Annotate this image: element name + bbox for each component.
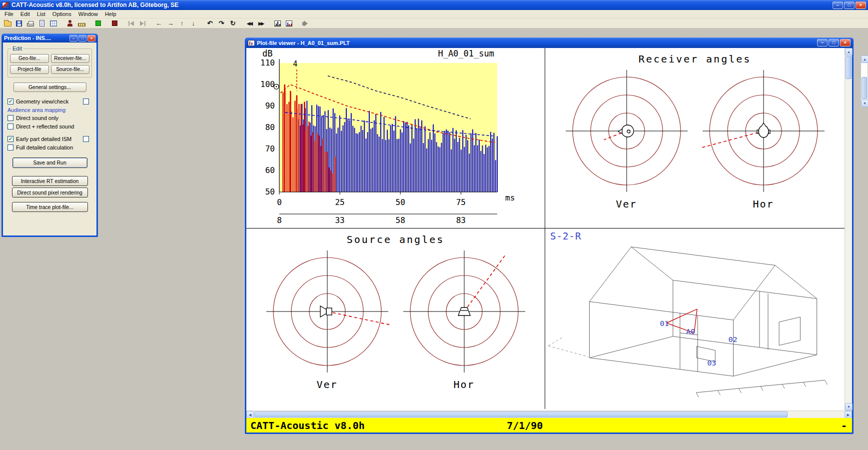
prediction-maximize-button[interactable]: □ bbox=[78, 35, 86, 42]
plot-hscrollbar[interactable]: ◀ ▶ bbox=[246, 410, 852, 418]
vscroll-thumb[interactable] bbox=[846, 56, 852, 79]
scroll-up-icon[interactable]: ▲ bbox=[845, 48, 853, 56]
rotate-cw-button[interactable]: ↷ bbox=[216, 18, 227, 28]
echogram-svg: 110100908070605008253350587583dBH_A0_01_… bbox=[246, 48, 544, 228]
menu-file[interactable]: File bbox=[1, 10, 17, 18]
chart2-icon bbox=[286, 20, 292, 26]
run-button[interactable] bbox=[92, 18, 103, 28]
prev-plot-button[interactable]: ◀◀ bbox=[244, 18, 255, 28]
pan-left-button[interactable]: ← bbox=[153, 18, 164, 28]
geometry-view-check-row: ✓Geometry view/check bbox=[7, 97, 92, 106]
vscroll-track[interactable] bbox=[845, 80, 852, 403]
svg-text:dB: dB bbox=[262, 48, 272, 58]
plot-maximize-button[interactable]: □ bbox=[829, 39, 839, 46]
save-and-run-button[interactable]: Save and Run bbox=[12, 158, 87, 168]
workspace-vscrollbar[interactable]: ▲ ▼ bbox=[861, 55, 868, 108]
status-dash: - bbox=[841, 420, 847, 432]
scroll-right-icon[interactable]: ▶ bbox=[845, 411, 852, 418]
project-file-button[interactable]: Project-file bbox=[10, 65, 49, 74]
full-detailed-calculation-row: Full detailed calculation bbox=[7, 143, 92, 152]
source-file-button[interactable]: Source-file... bbox=[51, 65, 90, 74]
status-app-version: CATT-Acoustic v8.0h bbox=[250, 420, 365, 432]
plot-vscrollbar[interactable]: ▲ ▼ bbox=[845, 48, 852, 410]
rotate-reset-button[interactable]: ↻ bbox=[227, 18, 238, 28]
scroll-left-icon[interactable]: ◀ bbox=[246, 411, 254, 418]
pan-up-button[interactable]: ↑ bbox=[176, 18, 187, 28]
svg-text:110: 110 bbox=[260, 58, 275, 68]
geo-file-button[interactable]: Geo-file... bbox=[10, 54, 49, 63]
plot-grid: 110100908070605008253350587583dBH_A0_01_… bbox=[246, 48, 845, 410]
workspace-vscroll-thumb[interactable] bbox=[862, 77, 867, 99]
menu-edit[interactable]: Edit bbox=[17, 10, 33, 18]
geometry-view-check-checkbox[interactable]: ✓ bbox=[7, 98, 13, 104]
print-button[interactable] bbox=[25, 18, 36, 28]
interactive-rt-estimation-button[interactable]: Interactive RT estimation bbox=[12, 176, 88, 186]
prediction-window-buttons: – □ × bbox=[69, 35, 95, 42]
svg-text:90: 90 bbox=[265, 101, 275, 110]
tool-buttons: Interactive RT estimationDirect sound pi… bbox=[6, 176, 93, 216]
early-part-detailed-ism-checkbox[interactable]: ✓ bbox=[7, 136, 13, 142]
skip-left-icon bbox=[128, 21, 134, 26]
workspace-vscroll-track[interactable] bbox=[861, 63, 868, 76]
plot-viewer-titlebar[interactable]: Plot-file viewer - H_A0_01_sum.PLT – □ × bbox=[246, 38, 853, 48]
svg-text:4: 4 bbox=[293, 60, 297, 68]
geometry-view-check-extra-checkbox[interactable] bbox=[83, 98, 89, 104]
maximize-button[interactable]: □ bbox=[844, 2, 855, 9]
stop-button[interactable] bbox=[109, 18, 120, 28]
pan-right-button[interactable]: → bbox=[165, 18, 176, 28]
measure-button[interactable] bbox=[76, 18, 87, 28]
audience-area-mapping-label: Audience area mapping bbox=[7, 107, 92, 113]
ruler-icon bbox=[78, 23, 85, 26]
skip-right-icon bbox=[139, 21, 146, 26]
plot-spectrum-button[interactable] bbox=[283, 18, 294, 28]
general-settings-button[interactable]: General settings... bbox=[13, 82, 86, 92]
speaker-icon bbox=[302, 22, 305, 26]
prediction-minimize-button[interactable]: – bbox=[69, 35, 77, 42]
receiver-file-button[interactable]: Receiver-file... bbox=[51, 54, 90, 63]
menu-help[interactable]: Help bbox=[101, 10, 120, 18]
receiver-polar-row-hor: Hor bbox=[698, 68, 830, 210]
close-button[interactable]: × bbox=[856, 2, 866, 9]
menu-window[interactable]: Window bbox=[75, 10, 101, 18]
workspace-scroll-down-icon[interactable]: ▼ bbox=[861, 100, 868, 107]
hscroll-track[interactable] bbox=[788, 411, 845, 418]
skip-start-button bbox=[125, 18, 136, 28]
main-titlebar[interactable]: CATT-Acoustic v8.0h, licensed to Artifon… bbox=[0, 0, 868, 10]
minimize-button[interactable]: – bbox=[833, 2, 843, 9]
full-detailed-calculation-checkbox[interactable] bbox=[7, 144, 13, 150]
receiver-angles-title: Receiver angles bbox=[545, 53, 845, 65]
menu-list[interactable]: List bbox=[33, 10, 49, 18]
early-part-detailed-ism-extra-checkbox[interactable] bbox=[83, 136, 89, 142]
prediction-close-button[interactable]: × bbox=[87, 35, 95, 42]
ver-polar-svg bbox=[261, 248, 393, 378]
next-plot-icon: ▶▶ bbox=[258, 21, 263, 26]
scroll-down-icon[interactable]: ▼ bbox=[845, 403, 853, 410]
time-trace-plot-file-button[interactable]: Time trace plot-file... bbox=[12, 202, 88, 212]
direct-sound-pixel-rendering-button[interactable]: Direct sound pixel rendering bbox=[12, 188, 88, 198]
direct-sound-only-checkbox[interactable] bbox=[7, 115, 13, 121]
open-button[interactable] bbox=[2, 18, 13, 28]
menu-options[interactable]: Options bbox=[49, 10, 75, 18]
pan-down-button[interactable]: ↓ bbox=[188, 18, 199, 28]
plot-viewer-title: Plot-file viewer - H_A0_01_sum.PLT bbox=[257, 40, 350, 46]
plot-minimize-button[interactable]: – bbox=[817, 39, 828, 46]
text-file-button[interactable] bbox=[36, 18, 47, 28]
plot-close-button[interactable]: × bbox=[840, 39, 851, 46]
rotate-ccw-button[interactable]: ↶ bbox=[204, 18, 215, 28]
receiver-head-button[interactable] bbox=[64, 18, 75, 28]
menu-bar: FileEditListOptionsWindowHelp bbox=[0, 10, 868, 18]
prediction-titlebar[interactable]: Prediction - INS.... – □ × bbox=[2, 34, 97, 42]
next-plot-button[interactable]: ▶▶ bbox=[255, 18, 266, 28]
plot-histogram-button[interactable] bbox=[272, 18, 283, 28]
source-polar-row: VerHor bbox=[246, 248, 545, 390]
save-button[interactable] bbox=[13, 18, 24, 28]
geometry-grid-button[interactable] bbox=[48, 18, 59, 28]
svg-text:03: 03 bbox=[707, 359, 716, 368]
hscroll-thumb[interactable] bbox=[254, 412, 788, 418]
source-polar-row-ver-label: Ver bbox=[316, 378, 337, 390]
workspace-scroll-up-icon[interactable]: ▲ bbox=[861, 56, 868, 63]
plot-viewer-window-buttons: – □ × bbox=[817, 39, 851, 46]
direct-reflected-sound-checkbox[interactable] bbox=[7, 124, 13, 130]
svg-text:70: 70 bbox=[265, 144, 275, 154]
application-window: CATT-Acoustic v8.0h, licensed to Artifon… bbox=[0, 0, 868, 450]
